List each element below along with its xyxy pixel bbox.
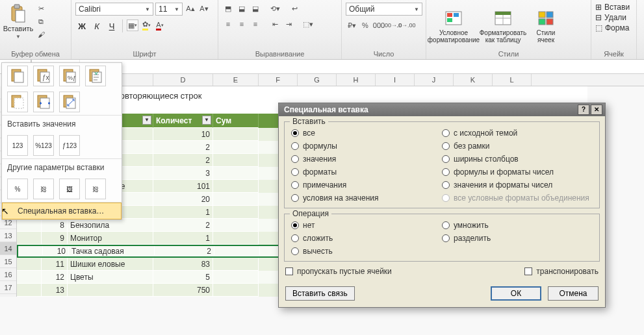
cut-icon[interactable]: ✂ (35, 3, 47, 14)
radio-option[interactable]: ширины столбцов (442, 155, 593, 164)
filter-button[interactable]: ▼ (142, 116, 151, 125)
paste-special-item[interactable]: ↖ Специальная вставка… (2, 203, 122, 219)
paste-other-pic[interactable]: 🖼 (59, 179, 80, 199)
paste-values-pct[interactable]: %123 (33, 135, 54, 156)
italic-button[interactable]: К (90, 19, 103, 32)
radio-option[interactable]: значения и форматы чисел (442, 180, 593, 190)
close-button[interactable]: ✕ (591, 105, 602, 115)
ok-button[interactable]: ОК (491, 286, 541, 301)
col-header[interactable]: F (259, 74, 298, 86)
col-header[interactable]: G (298, 74, 337, 86)
cancel-button[interactable]: Отмена (548, 286, 599, 301)
col-header[interactable]: H (337, 74, 376, 86)
row-header[interactable]: 13 (0, 229, 16, 242)
align-bottom-icon[interactable]: ⬓ (250, 3, 261, 14)
merge-icon[interactable]: ⬚▾ (302, 18, 314, 30)
radio-option[interactable]: значения (291, 155, 442, 164)
insert-cells-icon: ⊞ (595, 3, 602, 12)
skip-blanks-checkbox[interactable]: пропускать пустые ячейки (285, 267, 392, 276)
svg-rect-12 (547, 12, 553, 18)
conditional-formatting-button[interactable]: Условное форматирование (430, 7, 477, 45)
cell-qty: 750 (153, 284, 213, 297)
radio-option[interactable]: форматы (291, 168, 442, 177)
wrap-text-icon[interactable]: ↩ (289, 3, 300, 14)
fill-color-button[interactable]: ✿▾ (140, 19, 152, 31)
dec-decimal-icon[interactable]: .0→.00 (400, 19, 412, 31)
font-size-combo[interactable]: 11▼ (155, 3, 183, 16)
row-header[interactable]: 15 (0, 255, 16, 268)
radio-option[interactable]: формулы (291, 142, 442, 151)
radio-option[interactable]: с исходной темой (442, 129, 593, 138)
group-paste: Вставить всеформулызначенияформатыпримеч… (284, 121, 600, 208)
radio-option[interactable]: формулы и форматы чисел (442, 168, 593, 177)
col-header[interactable]: D (153, 74, 213, 86)
bold-button[interactable]: Ж (75, 19, 88, 32)
radio-option[interactable]: условия на значения (291, 193, 442, 203)
paste-option-keep-source[interactable] (85, 66, 106, 86)
align-right-icon[interactable]: ≡ (250, 18, 261, 30)
align-left-icon[interactable]: ≡ (222, 18, 234, 30)
row-header[interactable]: 16 (0, 268, 16, 281)
row-header[interactable]: 17 (0, 281, 16, 294)
radio-label: с исходной темой (454, 129, 517, 138)
svg-text:ƒx: ƒx (42, 74, 49, 81)
orientation-icon[interactable]: ⟲▾ (269, 3, 281, 14)
delete-cells-button[interactable]: ⊟ Удали (595, 13, 626, 22)
radio-option[interactable]: вычесть (291, 247, 442, 256)
paste-link-button[interactable]: Вставить связь (285, 286, 355, 301)
align-center-icon[interactable]: ≡ (236, 18, 248, 30)
radio-option[interactable]: без рамки (442, 142, 593, 151)
underline-button[interactable]: Ч (105, 19, 118, 32)
paste-option-formulas-fmt[interactable]: %ƒ (59, 66, 80, 86)
align-middle-icon[interactable]: ⬓ (236, 3, 248, 14)
percent-icon[interactable]: % (359, 19, 371, 31)
paste-other-link[interactable]: ⛓ (33, 179, 54, 199)
format-painter-icon[interactable]: 🖌 (35, 29, 47, 40)
row-num: 8 (42, 219, 68, 232)
col-header[interactable]: L (493, 74, 532, 86)
radio-option[interactable]: нет (291, 221, 442, 230)
shrink-font-icon[interactable]: A▾ (198, 3, 210, 14)
radio-option[interactable]: примечания (291, 180, 442, 190)
radio-option[interactable]: умножить (442, 221, 593, 230)
paste-option-all[interactable] (7, 66, 28, 86)
borders-button[interactable]: ▦▾ (127, 19, 138, 31)
paste-option-no-borders[interactable] (7, 92, 28, 112)
col-header[interactable]: K (454, 74, 493, 86)
currency-icon[interactable]: ₽▾ (346, 19, 357, 31)
row-header[interactable]: 14 (0, 242, 16, 255)
col-header[interactable]: J (415, 74, 454, 86)
paste-values-fmt[interactable]: ƒ123 (59, 135, 80, 156)
transpose-checkbox[interactable]: транспонировать (524, 267, 599, 276)
paste-button[interactable]: Вставить ▼ (4, 3, 32, 41)
paste-option-transpose[interactable] (59, 92, 80, 112)
number-format-combo[interactable]: Общий▼ (346, 3, 422, 16)
col-header[interactable]: I (376, 74, 415, 86)
indent-dec-icon[interactable]: ⇤ (269, 18, 281, 30)
filter-button[interactable]: ▼ (202, 116, 211, 125)
paste-other-fmt[interactable]: % (7, 179, 28, 199)
radio-option[interactable]: сложить (291, 234, 442, 243)
format-as-table-button[interactable]: Форматировать как таблицу (480, 7, 526, 45)
paste-option-col-width[interactable] (33, 92, 54, 112)
paste-values-123[interactable]: 123 (7, 135, 28, 156)
paste-other-linkpic[interactable]: ⛓ (85, 179, 106, 199)
font-color-button[interactable]: A▾ (154, 19, 166, 31)
copy-icon[interactable]: ⧉ (35, 16, 47, 27)
format-cells-button[interactable]: ⬚ Форма (595, 23, 629, 32)
dialog-titlebar[interactable]: Специальная вставка ? ✕ (279, 103, 605, 116)
radio-option[interactable]: разделить (442, 234, 593, 243)
formula-input[interactable] (79, 60, 644, 73)
paste-option-formulas[interactable]: ƒx (33, 66, 54, 86)
col-header[interactable]: E (213, 74, 259, 86)
align-top-icon[interactable]: ⬒ (222, 3, 234, 14)
font-name-combo[interactable]: Calibri▼ (75, 3, 153, 16)
radio-option[interactable]: все (291, 129, 442, 138)
cell-styles-button[interactable]: Стили ячеек (529, 7, 563, 45)
insert-cells-button[interactable]: ⊞ Встави (595, 3, 630, 12)
paste-special-dialog: Специальная вставка ? ✕ Вставить всеформ… (278, 103, 606, 308)
grow-font-icon[interactable]: A▴ (185, 3, 196, 14)
row-num: 11 (42, 258, 68, 271)
indent-inc-icon[interactable]: ⇥ (283, 18, 294, 30)
help-button[interactable]: ? (578, 105, 589, 115)
